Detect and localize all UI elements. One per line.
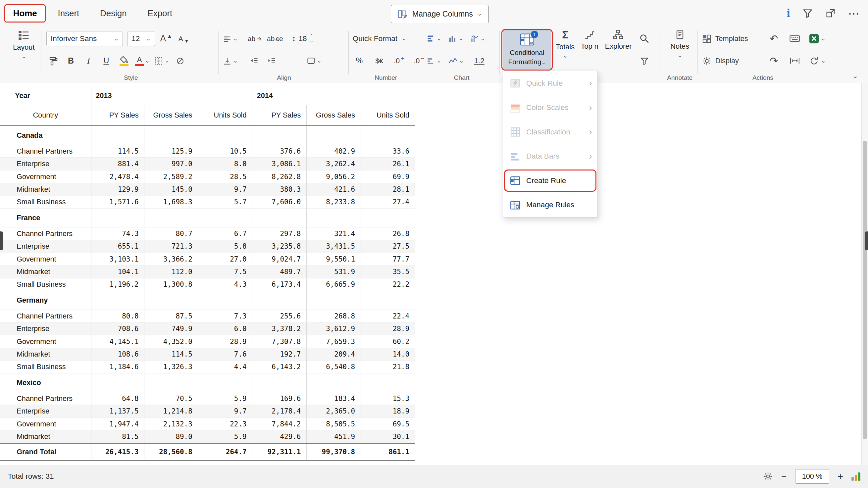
cell[interactable]: Midmarket	[0, 183, 91, 196]
cell[interactable]: 749.9	[145, 322, 198, 335]
cell[interactable]: Government	[0, 418, 91, 430]
cell[interactable]: Enterprise	[0, 158, 91, 170]
table-row[interactable]: Midmarket81.589.05.9429.6451.930.1	[0, 430, 415, 443]
decrease-decimal-button[interactable]: .0−	[412, 53, 426, 68]
menu-item-quick-rule[interactable]: Quick Rule ›	[503, 71, 598, 96]
cell[interactable]: 4,352.0	[145, 335, 198, 348]
cell[interactable]: 209.4	[307, 348, 361, 361]
vertical-align-button[interactable]: ⌄	[222, 53, 238, 68]
cell[interactable]: 183.4	[307, 392, 361, 405]
cell[interactable]	[198, 373, 252, 392]
cell[interactable]: 6,143.2	[252, 361, 307, 373]
cell[interactable]: 8,262.8	[252, 170, 307, 183]
cell[interactable]: 7,606.0	[252, 196, 307, 208]
cell[interactable]: 6.0	[198, 322, 252, 335]
chart-decimal-button[interactable]: 1.2	[472, 53, 486, 68]
cell-merge-button[interactable]: ⌄	[306, 53, 321, 68]
quick-format-select[interactable]: Quick Format ⌄	[353, 31, 407, 47]
cell[interactable]	[145, 208, 198, 227]
cell[interactable]: 4.4	[198, 361, 252, 373]
cell[interactable]: 708.6	[91, 322, 145, 335]
cell[interactable]: 15.3	[361, 392, 415, 405]
decrease-font-button[interactable]: A▼	[177, 31, 190, 47]
collapse-ribbon-icon[interactable]: ⌄	[852, 72, 858, 80]
cell[interactable]: 264.7	[198, 444, 252, 460]
totals-button[interactable]: Σ Totals ⌄	[554, 30, 577, 59]
cell[interactable]: Channel Partners	[0, 392, 91, 405]
cell[interactable]: 1,947.4	[91, 418, 145, 430]
cell[interactable]	[91, 291, 145, 310]
cell[interactable]: 22.3	[198, 418, 252, 430]
redo-button[interactable]: ↷	[767, 53, 781, 68]
refresh-button[interactable]: ⌄	[809, 53, 826, 68]
row-height-stepper[interactable]: ↕ 18 ⌃⌄	[292, 31, 313, 47]
zoom-in-button[interactable]: +	[838, 471, 843, 482]
cell[interactable]	[252, 291, 307, 310]
settings-gear-icon[interactable]	[763, 471, 773, 481]
cell[interactable]: 114.5	[145, 348, 198, 361]
cell[interactable]: 1,698.3	[145, 196, 198, 208]
cell[interactable]: Small Business	[0, 279, 91, 291]
cell[interactable]: 9.7	[198, 183, 252, 196]
cell[interactable]: 402.9	[307, 145, 361, 158]
country-header-cell[interactable]: Country	[0, 105, 91, 126]
cell[interactable]: 27.4	[361, 196, 415, 208]
cell[interactable]: 14.0	[361, 348, 415, 361]
cell[interactable]: 18.9	[361, 405, 415, 418]
cell[interactable]	[252, 126, 307, 145]
table-row[interactable]: Government2,478.42,589.228.58,262.89,056…	[0, 170, 415, 183]
chart-combo-button[interactable]: ⌄	[470, 31, 485, 47]
ribbon-filter-button[interactable]	[638, 53, 651, 68]
text-overflow-button[interactable]: ab	[248, 31, 262, 47]
cell[interactable]: 8,505.5	[307, 418, 361, 430]
cell[interactable]	[198, 291, 252, 310]
cell[interactable]: 1,571.6	[91, 196, 145, 208]
group-row[interactable]: Germany	[0, 291, 415, 310]
cell[interactable]: 8.0	[198, 158, 252, 170]
cell[interactable]: 3,431.5	[307, 240, 361, 253]
tab-insert[interactable]: Insert	[49, 4, 88, 23]
font-size-select[interactable]: 12 ⌄	[127, 31, 155, 47]
cell[interactable]: Mexico	[0, 373, 91, 392]
undo-button[interactable]: ↶	[767, 31, 781, 47]
cell[interactable]: 28.1	[361, 183, 415, 196]
font-color-button[interactable]: A ⌄	[135, 53, 150, 68]
cell[interactable]: 7,659.3	[307, 335, 361, 348]
horizontal-align-button[interactable]: ⌄	[222, 31, 238, 47]
cell[interactable]: 10.5	[198, 145, 252, 158]
chart-variance-button[interactable]: ⌄	[426, 53, 441, 68]
cell[interactable]: 1,196.2	[91, 279, 145, 291]
cell[interactable]: 9,550.1	[307, 253, 361, 265]
cell[interactable]: Grand Total	[0, 444, 91, 460]
cell[interactable]	[198, 126, 252, 145]
table-row[interactable]: Channel Partners80.887.57.3255.6268.822.…	[0, 310, 415, 322]
table-row[interactable]: Enterprise655.1721.35.83,235.83,431.527.…	[0, 240, 415, 253]
cell[interactable]	[361, 373, 415, 392]
cell[interactable]: 92,311.1	[252, 444, 307, 460]
cell[interactable]: 7,844.2	[252, 418, 307, 430]
cell[interactable]: 1,214.8	[145, 405, 198, 418]
cell[interactable]: 2,178.4	[252, 405, 307, 418]
font-family-select[interactable]: Inforiver Sans ⌄	[46, 31, 123, 47]
cell[interactable]: 4.3	[198, 279, 252, 291]
cell[interactable]: 27.5	[361, 240, 415, 253]
menu-item-data-bars[interactable]: Data Bars ›	[503, 144, 598, 169]
cell[interactable]: Government	[0, 253, 91, 265]
display-button[interactable]: Display	[702, 53, 760, 68]
cell[interactable]: 26.1	[361, 158, 415, 170]
cell[interactable]: Channel Partners	[0, 227, 91, 240]
cell[interactable]: 421.6	[307, 183, 361, 196]
table-row[interactable]: Enterprise881.4997.08.03,086.13,262.426.…	[0, 158, 415, 170]
cell[interactable]: 9,056.2	[307, 170, 361, 183]
cell[interactable]: 3,612.9	[307, 322, 361, 335]
templates-button[interactable]: Templates	[702, 31, 760, 47]
cell[interactable]: 997.0	[145, 158, 198, 170]
cell[interactable]: 3,378.2	[252, 322, 307, 335]
cell[interactable]: 81.5	[91, 430, 145, 443]
cell[interactable]	[198, 208, 252, 227]
group-row[interactable]: Mexico	[0, 373, 415, 392]
cell[interactable]: France	[0, 208, 91, 227]
column-header-cell[interactable]: PY Sales	[91, 105, 145, 126]
cell[interactable]: 7.6	[198, 348, 252, 361]
group-row[interactable]: Canada	[0, 126, 415, 145]
